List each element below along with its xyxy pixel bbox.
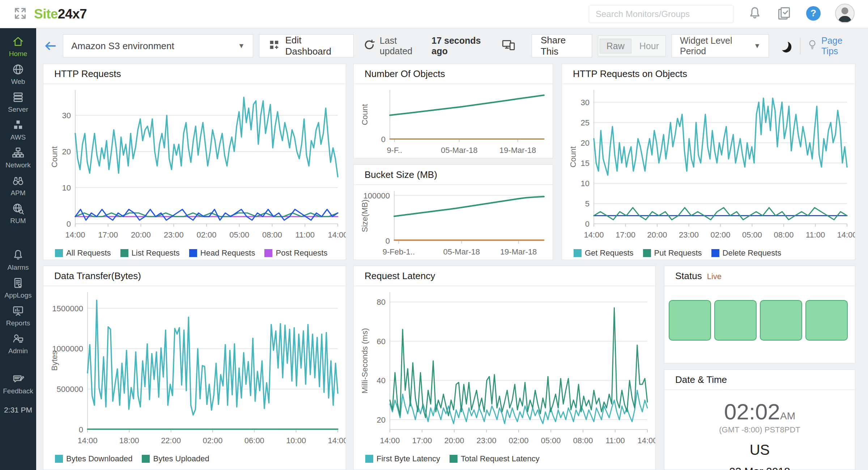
- sidebar-item-applogs[interactable]: AppLogs: [0, 275, 36, 303]
- status-box[interactable]: [714, 300, 757, 341]
- sidebar-clock: 2:31 PM: [4, 406, 32, 414]
- logo[interactable]: Site24x7: [13, 6, 87, 22]
- refresh-icon[interactable]: [363, 39, 375, 53]
- devices-icon[interactable]: [501, 38, 516, 54]
- svg-text:05:00: 05:00: [229, 230, 249, 239]
- chevron-down-icon: ▼: [238, 42, 245, 50]
- svg-text:10: 10: [62, 183, 71, 192]
- expand-icon[interactable]: [13, 6, 27, 22]
- sidebar-item-label: Home: [0, 50, 36, 58]
- svg-text:08:00: 08:00: [774, 230, 793, 239]
- svg-text:22:00: 22:00: [161, 436, 181, 445]
- tasks-icon[interactable]: [776, 5, 792, 23]
- widget-number-of-objects: Number Of Objects 09-F..05-Mar-1819-Mar-…: [353, 64, 553, 158]
- legend-item[interactable]: All Requests: [55, 248, 111, 258]
- site24x7-dashboard: Site24x7 ? HomeWebServerAWSNetworkAPMRUM…: [0, 0, 868, 470]
- number-of-objects-chart: 09-F..05-Mar-1819-Mar-18Count: [354, 84, 552, 159]
- svg-text:14:00: 14:00: [77, 436, 97, 445]
- widget-http-requests-on-objects: HTTP Requests on Objects 05101520253014:…: [562, 64, 855, 260]
- legend-item[interactable]: Delete Requests: [711, 248, 782, 258]
- sidebar-item-reports[interactable]: Reports: [0, 303, 36, 330]
- rum-globe-icon: [12, 210, 25, 216]
- legend-swatch: [55, 455, 63, 463]
- chart-legend: Bytes DownloadedBytes Uploaded: [43, 450, 346, 467]
- svg-text:Count: Count: [50, 146, 59, 168]
- share-this-button[interactable]: Share This: [532, 34, 592, 57]
- svg-text:17:00: 17:00: [616, 230, 635, 239]
- sidebar-item-aws[interactable]: AWS: [0, 117, 36, 145]
- raw-toggle[interactable]: Raw: [600, 39, 631, 54]
- globe-icon: [12, 71, 25, 77]
- svg-text:80: 80: [377, 298, 386, 307]
- status-box[interactable]: [669, 300, 711, 341]
- svg-text:20:00: 20:00: [647, 230, 667, 239]
- http-requests-on-objects-chart: 05101520253014:0017:0020:0023:0002:0005:…: [562, 84, 855, 243]
- back-icon[interactable]: [43, 39, 57, 53]
- sidebar-item-alarms[interactable]: Alarms: [0, 247, 36, 275]
- svg-text:0: 0: [386, 236, 390, 245]
- svg-text:60: 60: [377, 337, 386, 346]
- legend-item[interactable]: Head Requests: [189, 248, 255, 258]
- date: 23 Mar 2018: [664, 465, 855, 470]
- sidebar-item-label: RUM: [0, 217, 36, 225]
- svg-text:25: 25: [581, 118, 590, 127]
- legend-item[interactable]: Post Requests: [264, 248, 327, 258]
- svg-text:23:00: 23:00: [476, 436, 496, 445]
- top-bar: Site24x7 ?: [0, 0, 868, 28]
- dark-mode-moon-icon[interactable]: [778, 39, 789, 51]
- status-box[interactable]: [760, 300, 802, 341]
- legend-item[interactable]: First Byte Latency: [365, 454, 440, 463]
- sidebar-item-apm[interactable]: APM: [0, 172, 36, 200]
- widget-title: Data Transfer(Bytes): [43, 266, 346, 286]
- legend-swatch: [120, 249, 128, 257]
- bell-icon[interactable]: [747, 6, 762, 22]
- svg-text:14:00: 14:00: [328, 436, 346, 445]
- svg-text:0: 0: [381, 135, 386, 144]
- http-requests-chart: 010203014:0017:0020:0023:0002:0005:0008:…: [43, 84, 346, 243]
- sidebar-item-rum[interactable]: RUM: [0, 200, 36, 228]
- avatar[interactable]: [835, 3, 855, 25]
- legend-item[interactable]: List Requests: [120, 248, 180, 258]
- svg-text:Count: Count: [360, 104, 369, 125]
- svg-text:23:00: 23:00: [679, 230, 699, 239]
- widget-title: HTTP Requests: [43, 64, 346, 84]
- legend-item[interactable]: Bytes Downloaded: [55, 454, 132, 463]
- help-icon[interactable]: ?: [806, 6, 821, 22]
- legend-item[interactable]: Get Requests: [574, 248, 634, 258]
- widget-http-requests: HTTP Requests 010203014:0017:0020:0023:0…: [43, 64, 346, 260]
- svg-text:0: 0: [585, 219, 590, 228]
- sidebar-item-feedback[interactable]: Feedback: [0, 371, 36, 398]
- search-input[interactable]: [589, 5, 733, 23]
- dashboard-selector[interactable]: Amazon S3 environment▼: [63, 34, 253, 57]
- sidebar-item-home[interactable]: Home: [0, 33, 36, 61]
- hour-toggle[interactable]: Hour: [633, 39, 665, 53]
- widget-level-period-selector[interactable]: Widget Level Period▼: [672, 34, 769, 57]
- chart-legend: First Byte LatencyTotal Request Latency: [354, 450, 655, 467]
- svg-text:02:00: 02:00: [710, 230, 730, 239]
- svg-text:Size(MB): Size(MB): [360, 200, 369, 232]
- sidebar-item-label: Network: [0, 161, 36, 169]
- svg-text:11:00: 11:00: [806, 230, 825, 239]
- admin-icon: [12, 340, 25, 346]
- legend-swatch: [365, 455, 373, 463]
- legend-item[interactable]: Bytes Uploaded: [142, 454, 209, 463]
- sidebar-item-admin[interactable]: Admin: [0, 330, 36, 358]
- svg-text:08:00: 08:00: [573, 436, 593, 445]
- widget-title: Number Of Objects: [354, 64, 553, 84]
- svg-text:500000: 500000: [57, 385, 83, 394]
- legend-item[interactable]: Put Requests: [643, 248, 702, 258]
- legend-item[interactable]: Total Request Latency: [450, 454, 540, 463]
- svg-text:05:00: 05:00: [742, 230, 762, 239]
- sidebar-item-server[interactable]: Server: [0, 89, 36, 117]
- sidebar-item-web[interactable]: Web: [0, 61, 36, 89]
- network-icon: [12, 154, 25, 161]
- status-box[interactable]: [805, 300, 848, 341]
- svg-text:05-Mar-18: 05-Mar-18: [441, 146, 477, 155]
- edit-dashboard-button[interactable]: Edit Dashboard: [259, 34, 354, 57]
- bulb-icon: [806, 39, 818, 53]
- page-tips-link[interactable]: Page Tips: [806, 35, 858, 56]
- sidebar-item-network[interactable]: Network: [0, 145, 36, 172]
- svg-text:19-Mar-18: 19-Mar-18: [499, 146, 536, 155]
- brand-logo: Site24x7: [34, 7, 87, 22]
- svg-text:30: 30: [62, 111, 71, 120]
